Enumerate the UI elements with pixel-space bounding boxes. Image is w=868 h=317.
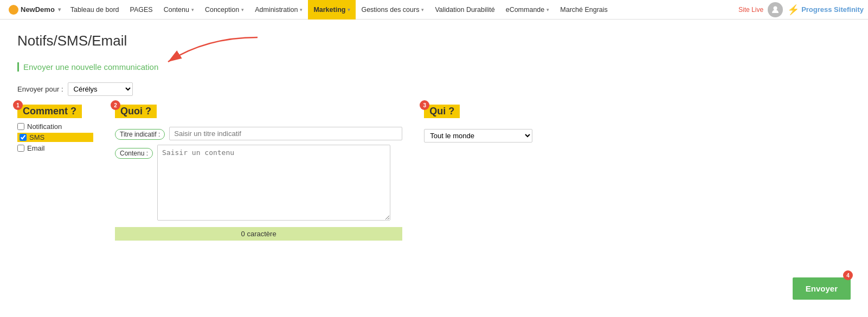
user-avatar[interactable] [768, 2, 783, 17]
quoi-column: 2 Quoi ? Titre indicatif : Contenu : 0 c… [115, 105, 402, 241]
notification-checkbox[interactable] [17, 123, 24, 130]
contenu-textarea[interactable] [157, 145, 390, 221]
envoyer-pour-select[interactable]: Cérélys [68, 82, 133, 96]
nav-contenu[interactable]: Contenu ▾ [158, 0, 200, 20]
quoi-badge-area: 2 Quoi ? [115, 105, 402, 118]
step2-label: Quoi ? [115, 105, 157, 118]
step3-label: Qui ? [424, 105, 460, 118]
nav-conception-chevron: ▾ [241, 7, 244, 12]
nav-gestions-chevron: ▾ [421, 7, 424, 12]
step1-badge: 1 Comment ? [17, 105, 83, 118]
qui-select[interactable]: Tout le monde [424, 129, 532, 143]
contenu-field-row: Contenu : [115, 145, 402, 221]
nav-marketing[interactable]: Marketing ▾ [308, 0, 356, 20]
step2-number: 2 [111, 100, 120, 110]
brand-icon [9, 5, 18, 15]
nav-tableau-de-bord[interactable]: Tableau de bord [65, 0, 125, 20]
brand-name: NewDemo [21, 5, 55, 14]
email-checkbox[interactable] [17, 145, 24, 152]
checkbox-sms[interactable]: SMS [17, 133, 93, 142]
envoyer-pour-label: Envoyer pour : [17, 85, 63, 93]
char-count-button: 0 caractère [115, 227, 402, 241]
main-content: Notifs/SMS/Email Envoyer une nouvelle co… [0, 20, 868, 254]
navbar: NewDemo ▾ Tableau de bord PAGES Contenu … [0, 0, 868, 20]
section-title: Envoyer une nouvelle communication [23, 62, 158, 72]
checkbox-group: Notification SMS Email [17, 122, 93, 152]
qui-column: 3 Qui ? Tout le monde [424, 105, 532, 143]
nav-ecommande[interactable]: eCommande ▾ [500, 0, 555, 20]
site-live-link[interactable]: Site Live [738, 6, 763, 14]
nav-right: Site Live ⚡ Progress Sitefinity [738, 2, 864, 17]
progress-sitefinity-logo: ⚡ Progress Sitefinity [787, 4, 864, 16]
page-title: Notifs/SMS/Email [17, 33, 851, 49]
contenu-label: Contenu : [115, 148, 153, 159]
nav-ecommande-chevron: ▾ [546, 7, 549, 12]
step2-badge: 2 Quoi ? [115, 105, 158, 118]
step3-badge: 3 Qui ? [424, 105, 461, 118]
nav-pages[interactable]: PAGES [125, 0, 158, 20]
nav-validation-durabilite[interactable]: Validation Durabilité [429, 0, 500, 20]
comment-badge-area: 1 Comment ? [17, 105, 93, 118]
nav-administration-chevron: ▾ [300, 7, 303, 12]
form-columns: 1 Comment ? Notification SMS Email [17, 105, 851, 241]
brand-logo[interactable]: NewDemo ▾ [4, 5, 65, 15]
svg-point-0 [774, 6, 777, 10]
envoyer-pour-row: Envoyer pour : Cérélys [17, 82, 851, 96]
comment-column: 1 Comment ? Notification SMS Email [17, 105, 93, 152]
step1-number: 1 [13, 100, 23, 110]
qui-badge-area: 3 Qui ? [424, 105, 532, 118]
checkbox-notification[interactable]: Notification [17, 122, 93, 131]
nav-gestions-des-cours[interactable]: Gestions des cours ▾ [356, 0, 429, 20]
sms-checkbox[interactable] [20, 134, 27, 141]
titre-indicatif-label: Titre indicatif : [115, 129, 165, 140]
titre-indicatif-input[interactable] [169, 127, 402, 140]
nav-administration[interactable]: Administration ▾ [249, 0, 308, 20]
nav-marketing-chevron: ▾ [348, 7, 350, 12]
titre-field-row: Titre indicatif : [115, 127, 402, 140]
brand-chevron: ▾ [58, 7, 61, 12]
nav-marche-engrais[interactable]: Marché Engrais [555, 0, 613, 20]
section-header: Envoyer une nouvelle communication [17, 62, 851, 72]
step1-label: Comment ? [17, 105, 82, 118]
nav-conception[interactable]: Conception ▾ [200, 0, 249, 20]
checkbox-email[interactable]: Email [17, 144, 93, 152]
nav-contenu-chevron: ▾ [191, 7, 194, 12]
